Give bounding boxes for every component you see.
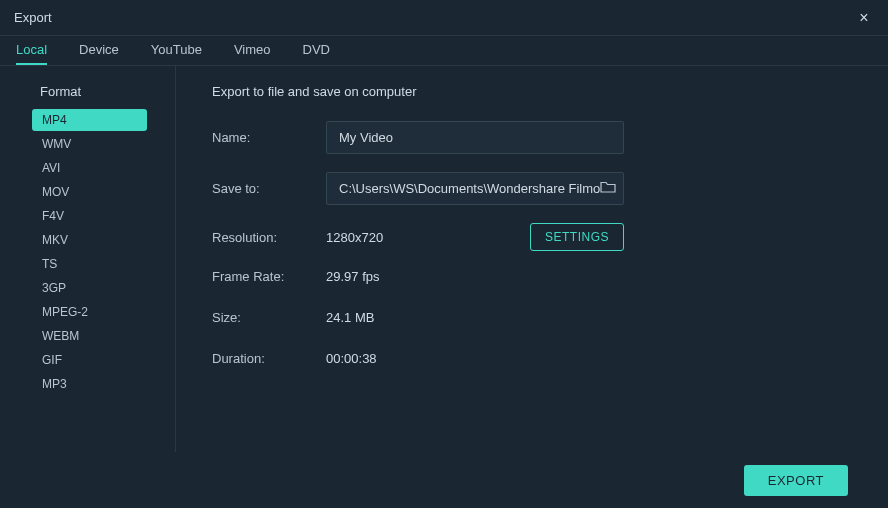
saveto-wrap: C:\Users\WS\Documents\Wondershare Filmo — [326, 172, 624, 205]
close-icon[interactable]: × — [854, 9, 874, 27]
format-item-mp4[interactable]: MP4 — [32, 109, 147, 131]
size-value: 24.1 MB — [326, 310, 374, 325]
format-item-wmv[interactable]: WMV — [32, 133, 147, 155]
framerate-row: Frame Rate: 29.97 fps — [212, 269, 852, 284]
format-item-ts[interactable]: TS — [32, 253, 147, 275]
size-row: Size: 24.1 MB — [212, 310, 852, 325]
resolution-row: Resolution: 1280x720 SETTINGS — [212, 223, 624, 251]
format-list: MP4 WMV AVI MOV F4V MKV TS 3GP MPEG-2 WE… — [0, 109, 175, 395]
format-item-3gp[interactable]: 3GP — [32, 277, 147, 299]
saveto-input[interactable]: C:\Users\WS\Documents\Wondershare Filmo — [326, 172, 624, 205]
tab-device[interactable]: Device — [79, 36, 119, 65]
tab-dvd[interactable]: DVD — [303, 36, 330, 65]
titlebar: Export × — [0, 0, 888, 36]
name-label: Name: — [212, 130, 326, 145]
resolution-label: Resolution: — [212, 230, 326, 245]
resolution-value: 1280x720 — [326, 230, 383, 245]
tab-vimeo[interactable]: Vimeo — [234, 36, 271, 65]
format-item-mp3[interactable]: MP3 — [32, 373, 147, 395]
folder-icon[interactable] — [600, 180, 616, 198]
duration-value: 00:00:38 — [326, 351, 377, 366]
tab-local[interactable]: Local — [16, 36, 47, 65]
footer: EXPORT — [0, 452, 888, 508]
format-item-webm[interactable]: WEBM — [32, 325, 147, 347]
tab-youtube[interactable]: YouTube — [151, 36, 202, 65]
framerate-label: Frame Rate: — [212, 269, 326, 284]
duration-label: Duration: — [212, 351, 326, 366]
format-item-mpeg2[interactable]: MPEG-2 — [32, 301, 147, 323]
name-input[interactable] — [326, 121, 624, 154]
main-panel: Export to file and save on computer Name… — [176, 66, 888, 452]
settings-button[interactable]: SETTINGS — [530, 223, 624, 251]
window-title: Export — [14, 10, 52, 25]
format-item-mkv[interactable]: MKV — [32, 229, 147, 251]
tabs: Local Device YouTube Vimeo DVD — [0, 36, 888, 66]
main-title: Export to file and save on computer — [212, 84, 852, 99]
framerate-value: 29.97 fps — [326, 269, 380, 284]
saveto-label: Save to: — [212, 181, 326, 196]
sidebar: Format MP4 WMV AVI MOV F4V MKV TS 3GP MP… — [0, 66, 176, 452]
size-label: Size: — [212, 310, 326, 325]
format-header: Format — [0, 84, 175, 109]
format-item-mov[interactable]: MOV — [32, 181, 147, 203]
format-item-f4v[interactable]: F4V — [32, 205, 147, 227]
content: Format MP4 WMV AVI MOV F4V MKV TS 3GP MP… — [0, 66, 888, 452]
duration-row: Duration: 00:00:38 — [212, 351, 852, 366]
name-row: Name: — [212, 121, 852, 154]
saveto-row: Save to: C:\Users\WS\Documents\Wondersha… — [212, 172, 852, 205]
export-button[interactable]: EXPORT — [744, 465, 848, 496]
format-item-avi[interactable]: AVI — [32, 157, 147, 179]
format-item-gif[interactable]: GIF — [32, 349, 147, 371]
